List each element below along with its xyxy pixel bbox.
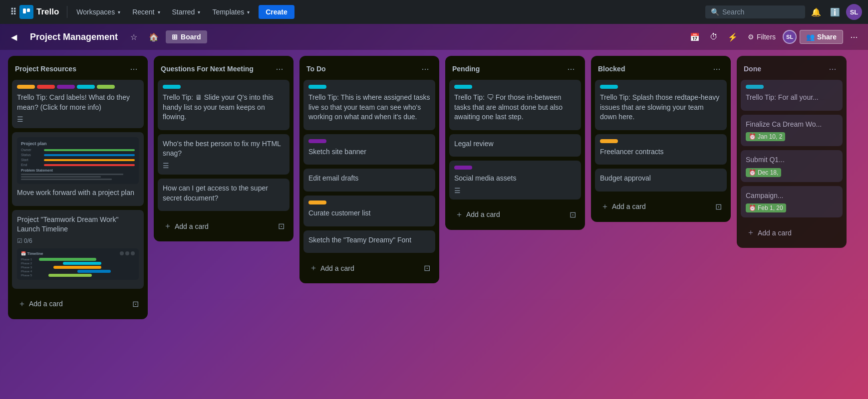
create-from-template-button[interactable]: ⊡: [421, 261, 433, 275]
add-card-button[interactable]: ＋ Add a card: [14, 295, 129, 313]
topnav-right: 🔍 🔔 ℹ️ SL: [705, 4, 862, 20]
column-footer: ＋ Add a card ⊡: [154, 211, 293, 241]
share-button[interactable]: 👥 Share: [800, 30, 843, 44]
add-card-button[interactable]: ＋ Add a card: [160, 217, 275, 235]
card-title: Edit email drafts: [308, 174, 430, 184]
create-from-template-button[interactable]: ⊡: [712, 200, 725, 213]
card-title: Trello Tip: This is where assigned tasks…: [308, 93, 430, 122]
column-cards: Trello Tip: Splash those redtape-heavy i…: [591, 80, 731, 192]
notifications-button[interactable]: 🔔: [808, 4, 824, 20]
add-card-button[interactable]: ＋ Add a card: [743, 223, 841, 242]
card-p-3[interactable]: Social media assets ☰: [449, 161, 581, 200]
more-options-button[interactable]: ···: [846, 29, 862, 45]
info-button[interactable]: ℹ️: [827, 4, 843, 20]
card-p-2[interactable]: Legal review: [449, 134, 581, 157]
card-d-3[interactable]: Submit Q1... ⏰ Dec 18,: [741, 150, 843, 182]
card-title: Project "Teamwork Dream Work" Launch Tim…: [17, 215, 139, 234]
star-button[interactable]: ☆: [126, 29, 142, 45]
column-title: Pending: [452, 65, 564, 73]
checklist-icon: ☑: [17, 237, 22, 244]
card-td-2[interactable]: Sketch site banner: [303, 134, 435, 165]
filters-button[interactable]: ⚙ Filters: [744, 30, 780, 43]
create-from-template-button[interactable]: ⊡: [129, 297, 142, 311]
card-pr-1[interactable]: Trello Tip: Card labels! What do they me…: [12, 80, 144, 128]
due-date: ⏰ Feb 1, 20: [746, 203, 786, 212]
column-menu-button[interactable]: ···: [564, 62, 578, 76]
workspace-button[interactable]: 🏠: [146, 29, 162, 45]
create-button[interactable]: Create: [259, 5, 294, 19]
card-labels: [600, 85, 722, 89]
column-menu-button[interactable]: ···: [710, 62, 724, 76]
add-card-button[interactable]: ＋ Add a card: [451, 205, 567, 224]
card-title: Social media assets: [454, 174, 576, 184]
card-title: Move work forward with a project plan: [17, 188, 139, 198]
board-view-button[interactable]: ⊞ Board: [166, 30, 207, 43]
board-title[interactable]: Project Management: [26, 30, 122, 44]
card-labels: [746, 85, 838, 89]
calendar-button[interactable]: 📅: [687, 29, 703, 45]
card-td-4[interactable]: Curate customer list: [303, 196, 435, 226]
chevron-down-icon: ▾: [198, 9, 200, 15]
recent-menu[interactable]: Recent ▾: [127, 6, 165, 18]
label-teal: [308, 85, 326, 89]
card-td-5[interactable]: Sketch the "Teamy Dreamy" Font: [303, 230, 435, 253]
starred-menu[interactable]: Starred ▾: [167, 6, 206, 18]
create-from-template-button[interactable]: ⊡: [567, 207, 579, 221]
card-labels: [17, 85, 139, 89]
board-user-avatar[interactable]: SL: [783, 30, 797, 44]
column-menu-button[interactable]: ···: [826, 62, 840, 76]
card-qnm-2[interactable]: Who's the best person to fix my HTML sna…: [158, 134, 289, 175]
label-red: [37, 85, 55, 89]
card-qnm-3[interactable]: How can I get access to the super secret…: [158, 179, 289, 211]
card-title: Sketch the "Teamy Dreamy" Font: [308, 235, 430, 245]
card-pr-3[interactable]: Project "Teamwork Dream Work" Launch Tim…: [12, 210, 144, 289]
search-input[interactable]: [722, 8, 800, 16]
card-td-3[interactable]: Edit email drafts: [303, 169, 435, 192]
card-labels: [454, 85, 576, 89]
card-p-1[interactable]: Trello Tip: 🗨 For those in-between tasks…: [449, 80, 581, 130]
grid-icon: ⠿: [10, 6, 16, 17]
card-title: Trello Tip: For all your...: [746, 93, 838, 103]
timer-button[interactable]: ⏱: [706, 29, 722, 45]
column-menu-button[interactable]: ···: [273, 62, 287, 76]
plus-icon: ＋: [164, 221, 172, 231]
column-header: Done ···: [737, 56, 847, 80]
automation-button[interactable]: ⚡: [725, 29, 741, 45]
card-qnm-1[interactable]: Trello Tip: 🖥 Slide your Q's into this h…: [158, 80, 289, 130]
card-pr-2[interactable]: Project plan Owner Status Start End Prob…: [12, 132, 144, 206]
column-cards: Trello Tip: Card labels! What do they me…: [8, 80, 148, 289]
app-name: Trello: [36, 7, 59, 17]
add-card-button[interactable]: ＋ Add a card: [597, 198, 712, 216]
column-menu-button[interactable]: ···: [127, 62, 141, 76]
card-d-2[interactable]: Finalize Ca Dream Wo... ⏰ Jan 10, 2: [741, 115, 843, 147]
card-title: Submit Q1...: [746, 155, 838, 165]
card-b-1[interactable]: Trello Tip: Splash those redtape-heavy i…: [595, 80, 727, 130]
column-menu-button[interactable]: ···: [418, 62, 432, 76]
due-date: ⏰ Jan 10, 2: [746, 132, 785, 141]
card-b-3[interactable]: Budget approval: [595, 169, 727, 192]
column-cards: Trello Tip: 🗨 For those in-between tasks…: [445, 80, 585, 200]
column-header: To Do ···: [299, 56, 439, 80]
description-icon: ☰: [454, 187, 461, 195]
card-d-4[interactable]: Campaign... ⏰ Feb 1, 20: [741, 186, 843, 218]
app-logo[interactable]: ⠿ Trello: [6, 5, 63, 19]
card-labels: [308, 85, 430, 89]
label-teal: [454, 85, 472, 89]
top-navigation: ⠿ Trello Workspaces ▾ Recent ▾ Starred ▾…: [0, 0, 868, 24]
create-from-template-button[interactable]: ⊡: [275, 219, 288, 233]
card-td-1[interactable]: Trello Tip: This is where assigned tasks…: [303, 80, 435, 130]
label-teal: [600, 85, 618, 89]
card-title: Finalize Ca Dream Wo...: [746, 120, 838, 130]
column-footer: ＋ Add a card ⊡: [445, 200, 585, 230]
add-card-button[interactable]: ＋ Add a card: [305, 259, 421, 277]
user-avatar[interactable]: SL: [846, 4, 862, 20]
templates-menu[interactable]: Templates ▾: [207, 6, 255, 18]
search-bar[interactable]: 🔍: [705, 5, 805, 18]
card-title: Trello Tip: 🗨 For those in-between tasks…: [454, 93, 576, 122]
sidebar-toggle-button[interactable]: ◀: [6, 29, 22, 45]
column-cards: Trello Tip: This is where assigned tasks…: [299, 80, 439, 253]
workspaces-menu[interactable]: Workspaces ▾: [71, 6, 125, 18]
card-meta: ☰: [163, 162, 285, 170]
card-b-2[interactable]: Freelancer contracts: [595, 134, 727, 165]
card-d-1[interactable]: Trello Tip: For all your...: [741, 80, 843, 111]
